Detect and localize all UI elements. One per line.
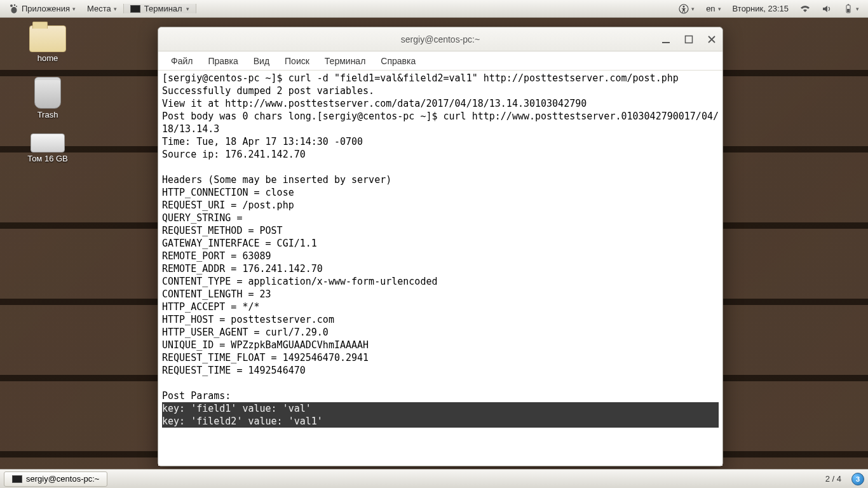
- workspace-indicator[interactable]: 2 / 4: [820, 474, 846, 484]
- menu-search[interactable]: Поиск: [278, 54, 316, 68]
- applications-menu-label: Приложения: [22, 4, 70, 13]
- svg-point-1: [14, 4, 16, 6]
- maximize-button[interactable]: [683, 34, 695, 45]
- desktop-icons: home Trash Том 16 GB: [13, 25, 83, 163]
- terminal-output: [sergiy@centos-pc ~]$ curl -d "field1=va…: [162, 72, 719, 402]
- svg-rect-9: [662, 42, 670, 43]
- folder-icon: [29, 25, 66, 52]
- svg-rect-10: [686, 36, 693, 43]
- terminal-selected-line: key: 'fileld2' value: 'val1': [162, 415, 719, 428]
- svg-point-2: [16, 6, 17, 7]
- battery-indicator[interactable]: ▾: [838, 4, 864, 14]
- terminal-icon: [130, 5, 140, 13]
- volume-indicator[interactable]: [817, 4, 837, 14]
- desktop-icon-disk[interactable]: Том 16 GB: [13, 133, 83, 163]
- active-app-indicator[interactable]: Терминал ▾: [123, 4, 196, 13]
- clock[interactable]: Вторник, 23:15: [728, 4, 794, 13]
- gnome-foot-icon: [9, 4, 19, 14]
- menu-terminal[interactable]: Терминал: [318, 54, 372, 68]
- terminal-selected-line: key: 'field1' value: 'val': [162, 402, 719, 415]
- svg-rect-7: [848, 4, 849, 5]
- window-titlebar[interactable]: sergiy@centos-pc:~: [158, 27, 722, 51]
- trash-icon: [34, 77, 61, 109]
- disk-icon: [31, 133, 65, 152]
- top-panel: Приложения ▾ Места ▾ Терминал ▾ ▾ en ▾ В…: [0, 0, 868, 18]
- terminal-viewport[interactable]: [sergiy@centos-pc ~]$ curl -d "field1=va…: [158, 71, 722, 466]
- places-menu[interactable]: Места ▾: [82, 4, 122, 13]
- notification-badge[interactable]: 3: [851, 473, 864, 485]
- terminal-window: sergiy@centos-pc:~ Файл Правка Вид Поиск…: [158, 27, 723, 466]
- chevron-down-icon: ▾: [186, 6, 189, 12]
- chevron-down-icon: ▾: [718, 6, 721, 12]
- menu-help[interactable]: Справка: [374, 54, 422, 68]
- svg-point-5: [683, 6, 685, 8]
- minimize-button[interactable]: [660, 34, 672, 45]
- workspace-label: 2 / 4: [825, 474, 841, 484]
- chevron-down-icon: ▾: [114, 6, 117, 12]
- menu-view[interactable]: Вид: [247, 54, 276, 68]
- window-menubar: Файл Правка Вид Поиск Терминал Справка: [158, 51, 722, 71]
- speaker-icon: [822, 4, 832, 14]
- menu-edit[interactable]: Правка: [201, 54, 244, 68]
- chevron-down-icon: ▾: [72, 6, 76, 12]
- battery-icon: [843, 4, 853, 14]
- window-title: sergiy@centos-pc:~: [401, 34, 480, 44]
- svg-rect-8: [847, 9, 850, 12]
- keyboard-layout-menu[interactable]: en ▾: [701, 4, 726, 13]
- svg-point-3: [11, 7, 17, 13]
- desktop-icon-label: Том 16 GB: [27, 154, 68, 163]
- taskbar-button-terminal[interactable]: sergiy@centos-pc:~: [4, 471, 107, 487]
- applications-menu[interactable]: Приложения ▾: [4, 4, 81, 14]
- chevron-down-icon: ▾: [856, 6, 859, 12]
- desktop-icon-label: home: [37, 53, 58, 63]
- menu-file[interactable]: Файл: [165, 54, 199, 68]
- clock-label: Вторник, 23:15: [733, 4, 789, 13]
- desktop-icon-trash[interactable]: Trash: [13, 77, 83, 119]
- taskbar-button-label: sergiy@centos-pc:~: [26, 474, 99, 484]
- places-menu-label: Места: [87, 4, 111, 13]
- active-app-label: Терминал: [144, 4, 182, 13]
- svg-point-0: [10, 4, 13, 7]
- bottom-panel: sergiy@centos-pc:~ 2 / 4 3: [0, 469, 868, 488]
- desktop-icon-home[interactable]: home: [13, 25, 83, 63]
- chevron-down-icon: ▾: [691, 6, 695, 12]
- desktop-icon-label: Trash: [37, 110, 58, 119]
- notification-count: 3: [856, 475, 860, 483]
- accessibility-menu[interactable]: ▾: [674, 4, 700, 14]
- terminal-icon: [12, 475, 22, 483]
- network-indicator[interactable]: [795, 4, 815, 14]
- wifi-icon: [800, 4, 810, 14]
- accessibility-icon: [679, 4, 689, 14]
- keyboard-layout-label: en: [706, 4, 715, 13]
- close-button[interactable]: [706, 34, 717, 45]
